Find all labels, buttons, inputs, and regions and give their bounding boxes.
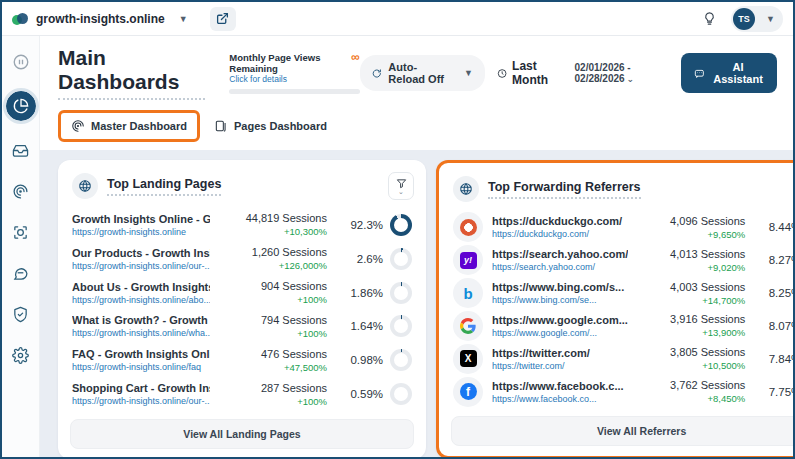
sessions-delta: +9,020%: [637, 262, 745, 273]
user-menu[interactable]: TS ▼: [731, 6, 783, 32]
site-selector[interactable]: growth-insights.online: [36, 12, 165, 26]
site-favicon-icon: G: [453, 311, 483, 341]
sessions-count: 3,805 Sessions: [637, 346, 745, 358]
row-title: About Us - Growth Insights Online: [72, 281, 210, 293]
sessions-delta: +13,900%: [637, 327, 745, 338]
list-item[interactable]: About Us - Growth Insights Online https:…: [72, 280, 412, 305]
top-bar: growth-insights.online ▼ TS ▼: [2, 2, 793, 36]
view-all-landing-pages-button[interactable]: View All Landing Pages: [70, 419, 414, 449]
row-title: What is Growth? - Growth Insight...: [72, 314, 210, 326]
donut-chart: [390, 349, 412, 371]
auto-reload-label: Auto-Reload Off: [388, 61, 451, 85]
row-title: Shopping Cart - Growth Insights ...: [72, 382, 210, 394]
tab-pages-dashboard[interactable]: Pages Dashboard: [204, 113, 337, 139]
donut-chart: [390, 315, 412, 337]
row-url-link[interactable]: https://twitter.com/: [492, 361, 628, 371]
row-url-link[interactable]: https://growth-insights.online: [72, 227, 210, 237]
chevron-down-icon: ▼: [766, 14, 775, 24]
row-url-link[interactable]: https://growth-insights.online/our-...: [72, 396, 210, 406]
ai-assistant-button[interactable]: AI Assistant: [681, 53, 777, 93]
row-url-link[interactable]: https://www.google.com/...: [492, 328, 628, 338]
sessions-count: 4,003 Sessions: [637, 281, 745, 293]
avatar: TS: [733, 8, 755, 30]
top-landing-pages-panel: Top Landing Pages ⌄ Growth Insights Onli…: [58, 160, 426, 459]
donut-chart: [390, 248, 412, 270]
list-item[interactable]: G https://www.google.com... https://www.…: [453, 311, 795, 341]
lightbulb-icon[interactable]: [702, 11, 717, 26]
row-url-link[interactable]: https://growth-insights.online/our-...: [72, 261, 210, 271]
tab-master-dashboard[interactable]: Master Dashboard: [58, 110, 200, 142]
list-item[interactable]: X https://twitter.com/ https://twitter.c…: [453, 344, 795, 374]
globe-icon: [453, 176, 479, 202]
panel-title: Top Landing Pages: [107, 177, 221, 196]
row-title: https://duckduckgo.com/: [492, 215, 628, 227]
list-item[interactable]: Our Products - Growth Insights O... http…: [72, 246, 412, 271]
chevron-down-icon: ⌄: [627, 74, 635, 84]
sessions-count: 287 Sessions: [219, 382, 327, 394]
sessions-delta: +100%: [219, 328, 327, 339]
site-favicon-icon: [453, 212, 483, 242]
donut-chart: [390, 214, 412, 236]
dashboard-tabs: Master Dashboard Pages Dashboard: [58, 110, 777, 150]
percent-value: 8.25%: [769, 287, 795, 299]
list-item[interactable]: b https://www.bing.com/s... https://www.…: [453, 278, 795, 308]
sessions-count: 476 Sessions: [219, 348, 327, 360]
percent-value: 1.86%: [350, 287, 383, 299]
list-item[interactable]: Shopping Cart - Growth Insights ... http…: [72, 382, 412, 407]
row-title: https://twitter.com/: [492, 347, 628, 359]
percent-value: 1.64%: [350, 320, 383, 332]
google-icon: [460, 318, 476, 334]
list-item[interactable]: FAQ - Growth Insights Online https://gro…: [72, 348, 412, 373]
row-title: FAQ - Growth Insights Online: [72, 348, 210, 360]
list-item[interactable]: y! https://search.yahoo.com/ https://sea…: [453, 245, 795, 275]
list-item[interactable]: What is Growth? - Growth Insight... http…: [72, 314, 412, 339]
row-url-link[interactable]: https://search.yahoo.com/: [492, 262, 628, 272]
sessions-delta: +10,300%: [219, 226, 327, 237]
view-all-referrers-button[interactable]: View All Referrers: [451, 416, 795, 446]
open-site-button[interactable]: [210, 7, 236, 31]
chevron-down-icon: ▼: [464, 68, 473, 78]
sessions-count: 44,819 Sessions: [219, 212, 327, 224]
period-label: Last Month: [497, 59, 563, 87]
auto-reload-toggle[interactable]: Auto-Reload Off ▼: [360, 55, 485, 91]
row-url-link[interactable]: https://duckduckgo.com/: [492, 229, 628, 239]
chevron-down-icon[interactable]: ▼: [179, 14, 188, 24]
pause-circle-icon[interactable]: [9, 50, 33, 74]
site-favicon-icon: X: [453, 344, 483, 374]
list-item[interactable]: https://duckduckgo.com/ https://duckduck…: [453, 212, 795, 242]
swirl-icon[interactable]: [9, 179, 33, 203]
infinity-value: ∞: [351, 52, 360, 62]
percent-value: 0.98%: [350, 354, 383, 366]
sessions-delta: +10,500%: [637, 360, 745, 371]
filter-button[interactable]: ⌄: [388, 172, 414, 200]
row-url-link[interactable]: https://www.facebook.co...: [492, 394, 628, 404]
row-url-link[interactable]: https://www.bing.com/se...: [492, 295, 628, 305]
percent-value: 8.44%: [769, 221, 795, 233]
swirl-icon: [71, 119, 85, 133]
page-views-widget: Monthly Page Views Remaining Click for d…: [229, 52, 359, 95]
row-url-link[interactable]: https://growth-insights.online/abo...: [72, 295, 210, 305]
chat-bubble-icon: [694, 67, 705, 80]
percent-value: 2.6%: [357, 253, 383, 265]
date-range-picker[interactable]: 02/01/2026 - 02/28/2026⌄: [575, 62, 670, 84]
pie-chart-icon[interactable]: [6, 91, 36, 121]
page-views-details-link[interactable]: Click for details: [229, 74, 351, 84]
clock-icon: [497, 67, 507, 80]
row-url-link[interactable]: https://growth-insights.online/wha...: [72, 328, 210, 338]
list-item[interactable]: f https://www.facebook.c... https://www.…: [453, 377, 795, 407]
chat-icon[interactable]: [9, 261, 33, 285]
landing-pages-list: Growth Insights Online - Growth I... htt…: [70, 206, 414, 413]
inbox-icon[interactable]: [9, 138, 33, 162]
row-title: https://www.bing.com/s...: [492, 281, 628, 293]
row-title: Growth Insights Online - Growth I...: [72, 213, 210, 225]
row-title: Our Products - Growth Insights O...: [72, 247, 210, 259]
list-item[interactable]: Growth Insights Online - Growth I... htt…: [72, 212, 412, 237]
donut-chart: [390, 383, 412, 405]
gear-icon[interactable]: [9, 343, 33, 367]
row-title: https://www.facebook.c...: [492, 380, 628, 392]
shield-check-icon[interactable]: [9, 302, 33, 326]
sessions-delta: +126,000%: [219, 260, 327, 271]
row-url-link[interactable]: https://growth-insights.online/faq: [72, 362, 210, 372]
sessions-count: 4,096 Sessions: [637, 215, 745, 227]
target-scan-icon[interactable]: [9, 220, 33, 244]
